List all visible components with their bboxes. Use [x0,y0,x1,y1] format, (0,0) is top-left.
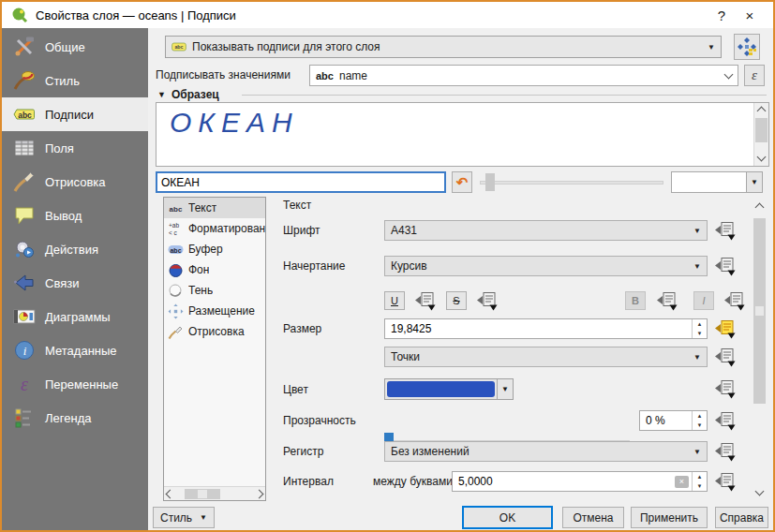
opacity-spinbox[interactable]: ▲▼ [639,410,708,431]
tabs-horizontal-scrollbar[interactable] [164,486,265,500]
info-icon: i [13,339,36,362]
size-data-defined-button-active[interactable] [712,318,738,339]
opacity-data-defined-button[interactable] [712,410,738,431]
color-swatch [387,381,495,397]
scrollbar-thumb[interactable] [753,218,766,404]
help-button[interactable]: Справка [715,507,768,528]
spin-up-icon[interactable]: ▲ [693,411,707,421]
sidebar-item-variables[interactable]: ε Переменные [2,367,148,401]
spin-down-icon[interactable]: ▼ [693,421,707,430]
preview-background-combobox[interactable]: ▼ [671,171,763,193]
tab-placement[interactable]: Размещение [164,301,265,321]
sidebar-item-label: Вывод [45,209,82,223]
spin-up-icon[interactable]: ▲ [693,319,707,329]
automated-placement-button[interactable] [734,34,760,60]
cancel-button[interactable]: Отмена [562,507,624,528]
scroll-up-icon[interactable] [757,107,767,116]
chevron-down-icon[interactable]: ▼ [497,379,513,399]
sidebar-item-label: Действия [45,243,98,257]
bold-button[interactable]: B [625,291,646,310]
font-data-defined-button[interactable] [712,220,738,241]
slider-handle[interactable] [485,173,495,191]
spin-down-icon[interactable]: ▼ [693,481,707,491]
epsilon-icon: ε [13,373,36,395]
collapse-triangle-icon: ▼ [157,90,166,99]
style-data-defined-button[interactable] [712,256,738,276]
sidebar-item-display[interactable]: Вывод [2,199,148,232]
apply-button[interactable]: Применить [631,507,708,528]
spin-down-icon[interactable]: ▼ [693,329,707,338]
color-button[interactable]: ▼ [384,378,514,400]
ok-button[interactable]: OK [462,506,553,529]
sidebar-item-metadata[interactable]: i Метаданные [2,333,148,367]
spin-up-icon[interactable]: ▲ [693,472,707,481]
size-spinbox[interactable]: ▲▼ [384,318,708,339]
scroll-down-icon[interactable] [757,153,767,162]
tab-shadow[interactable]: Тень [164,280,265,301]
underline-data-defined-button[interactable] [412,290,438,311]
placement-icon [168,303,184,319]
size-label: Размер [283,322,321,335]
settings-scrollbar[interactable] [752,199,767,501]
sidebar-item-label: Общие [45,40,85,54]
show-labels-dropdown[interactable]: abc Показывать подписи для этого слоя ▼ [165,36,722,58]
bold-data-defined-button[interactable] [654,290,679,311]
style-combobox[interactable]: Курсив ▼ [384,256,708,276]
sample-size-slider[interactable] [480,171,663,193]
close-button[interactable]: × [736,7,764,23]
sidebar-item-labels[interactable]: abc Подписи [2,97,148,131]
case-label: Регистр [283,445,323,458]
sidebar-item-diagrams[interactable]: Диаграммы [2,300,148,333]
sidebar-item-actions[interactable]: Действия [2,232,148,266]
clear-value-icon[interactable]: × [675,476,689,488]
sample-group-title: Образец [171,88,219,101]
scrollbar-thumb[interactable] [185,489,220,499]
size-units-combobox[interactable]: Точки ▼ [384,347,708,367]
label-field-combobox[interactable]: abc name [309,65,738,86]
label-abc-icon: abc [171,41,186,52]
scroll-down-icon[interactable] [754,487,764,496]
sidebar-item-legend[interactable]: Легенда [2,401,148,435]
strikeout-data-defined-button[interactable] [474,290,499,311]
data-defined-override-icon [714,257,737,276]
data-defined-override-active-icon [714,319,737,339]
scroll-up-icon[interactable] [754,203,764,213]
qgis-logo-icon [11,7,28,23]
tab-background[interactable]: Фон [164,259,265,280]
units-data-defined-button[interactable] [712,347,738,367]
sample-text-input[interactable] [156,171,446,193]
sample-group-header[interactable]: ▼ Образец [157,88,219,101]
underline-button[interactable]: U [384,291,405,310]
spacing-data-defined-button[interactable] [712,471,738,492]
layer-properties-dialog: Свойства слоя — oceans | Подписи ? × Общ… [0,0,775,532]
sidebar-item-style[interactable]: Стиль [2,64,148,97]
sidebar-item-rendering[interactable]: Отрисовка [2,165,148,199]
tab-rendering[interactable]: Отрисовка [164,321,265,342]
style-menu-button[interactable]: Стиль ▼ [153,507,215,528]
tab-text[interactable]: abc Текст [164,198,265,218]
speech-bubble-icon [13,204,36,227]
italic-data-defined-button[interactable] [722,290,747,311]
case-combobox[interactable]: Без изменений ▼ [384,441,708,462]
sidebar-item-general[interactable]: Общие [2,30,148,64]
scrollbar-thumb[interactable] [755,118,768,142]
help-titlebar-button[interactable]: ? [708,7,736,23]
preview-scrollbar[interactable] [753,103,768,166]
expression-builder-button[interactable]: ε [744,65,765,86]
tab-buffer[interactable]: abc Буфер [164,239,265,259]
strikeout-button[interactable]: S [446,291,467,310]
scroll-left-icon[interactable] [166,489,175,498]
tab-formatting[interactable]: +ab < c Форматирование [164,218,265,239]
sidebar-item-fields[interactable]: Поля [2,131,148,165]
reset-sample-button[interactable]: ↶ [452,171,472,193]
font-combobox[interactable]: A431 ▼ [384,220,708,241]
sidebar-item-label: Диаграммы [45,310,111,324]
sidebar-item-joins[interactable]: Связи [2,266,148,300]
color-data-defined-button[interactable] [712,378,738,399]
letter-spacing-spinbox[interactable]: × ▲▼ [452,471,708,492]
scroll-right-icon[interactable] [255,489,264,498]
case-data-defined-button[interactable] [712,441,738,462]
svg-text:abc: abc [170,246,181,253]
italic-button[interactable]: I [693,291,714,310]
chevron-down-icon: ▼ [693,353,701,362]
